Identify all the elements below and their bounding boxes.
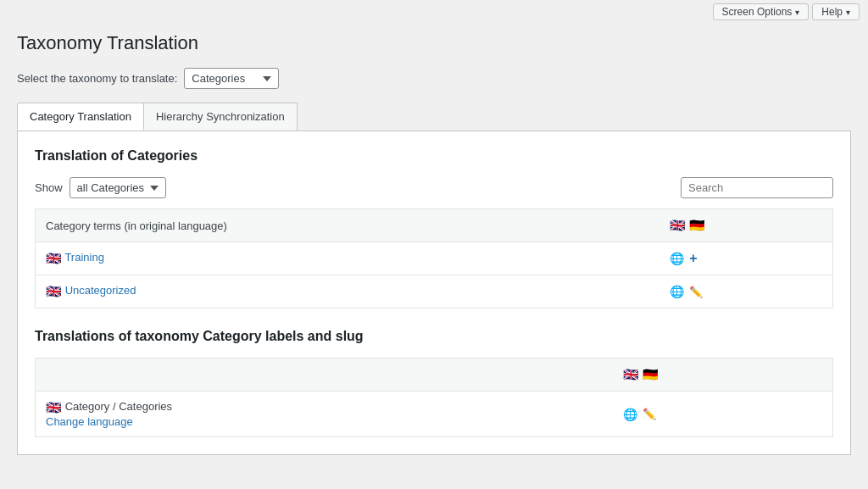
col-term: Category terms (in original language) bbox=[36, 209, 660, 242]
top-bar: Screen Options ▾ Help ▾ bbox=[0, 0, 868, 24]
section2-title: Translations of taxonomy Category labels… bbox=[35, 329, 833, 344]
icons-cell-uncategorized: 🌐 ✏️ bbox=[670, 285, 822, 298]
section1-title: Translation of Categories bbox=[35, 148, 833, 164]
table-row: 🇬🇧 Category / Categories Change language… bbox=[36, 392, 833, 437]
row-flag-uk-uncategorized: 🇬🇧 bbox=[46, 284, 62, 298]
flag-de-header: 🇩🇪 bbox=[689, 218, 705, 232]
section-translation-of-categories: Translation of Categories Show all Categ… bbox=[35, 148, 833, 308]
plus-icon-training[interactable]: + bbox=[689, 251, 697, 266]
help-button[interactable]: Help ▾ bbox=[812, 3, 860, 20]
labels-header-row: 🇬🇧 🇩🇪 bbox=[36, 358, 833, 392]
help-label: Help bbox=[821, 6, 843, 18]
row-icons-cell-training: 🌐 + bbox=[659, 242, 832, 275]
row-term-training[interactable]: Training bbox=[64, 251, 103, 264]
page-content: Taxonomy Translation Select the taxonomy… bbox=[0, 24, 868, 472]
row-term-cell-uncategorized: 🇬🇧 Uncategorized bbox=[36, 275, 660, 308]
change-language-link[interactable]: Change language bbox=[46, 415, 133, 428]
taxonomy-select[interactable]: Categories Tags Post Formats bbox=[184, 68, 279, 89]
page-title: Taxonomy Translation bbox=[17, 32, 851, 54]
search-container bbox=[681, 177, 833, 198]
edit-icon-uncategorized[interactable]: ✏️ bbox=[689, 286, 703, 298]
table-header-row: Category terms (in original language) 🇬🇧… bbox=[36, 209, 833, 242]
tabs-container: Category Translation Hierarchy Synchroni… bbox=[17, 103, 851, 455]
row-term-uncategorized[interactable]: Uncategorized bbox=[65, 284, 136, 297]
labels-flag-uk: 🇬🇧 bbox=[623, 367, 639, 381]
icons-cell-label: 🌐 ✏️ bbox=[623, 408, 822, 421]
show-row: Show all Categories Untranslated bbox=[35, 177, 833, 198]
flag-uk-header: 🇬🇧 bbox=[670, 218, 686, 232]
search-input[interactable] bbox=[681, 177, 833, 198]
label-flag-uk: 🇬🇧 bbox=[46, 400, 62, 414]
show-label: Show bbox=[35, 181, 63, 194]
help-chevron-icon: ▾ bbox=[846, 8, 850, 17]
table-row: 🇬🇧 Uncategorized 🌐 ✏️ bbox=[36, 275, 833, 308]
icons-cell-training: 🌐 + bbox=[670, 251, 822, 266]
section-taxonomy-labels: Translations of taxonomy Category labels… bbox=[35, 329, 833, 437]
row-term-cell: 🇬🇧 Training bbox=[36, 242, 660, 275]
globe-icon-uncategorized: 🌐 bbox=[670, 285, 684, 298]
screen-options-label: Screen Options bbox=[722, 6, 793, 18]
label-term-cell: 🇬🇧 Category / Categories Change language bbox=[36, 392, 613, 437]
taxonomy-select-row: Select the taxonomy to translate: Catego… bbox=[17, 68, 851, 89]
tab-hierarchy-sync[interactable]: Hierarchy Synchronization bbox=[143, 103, 298, 131]
screen-options-chevron-icon: ▾ bbox=[795, 8, 799, 17]
taxonomy-select-label: Select the taxonomy to translate: bbox=[17, 72, 177, 85]
label-term: Category / Categories bbox=[65, 400, 172, 413]
labels-table: 🇬🇧 🇩🇪 🇬🇧 Category / Categories Chan bbox=[35, 358, 833, 437]
globe-icon-training: 🌐 bbox=[670, 252, 684, 265]
categories-table: Category terms (in original language) 🇬🇧… bbox=[35, 208, 833, 308]
table-row: 🇬🇧 Training 🌐 + bbox=[36, 242, 833, 275]
col-flags: 🇬🇧 🇩🇪 bbox=[659, 209, 832, 242]
tab-category-translation[interactable]: Category Translation bbox=[17, 103, 144, 131]
labels-col-flags: 🇬🇧 🇩🇪 bbox=[613, 358, 833, 392]
main-panel: Translation of Categories Show all Categ… bbox=[17, 131, 851, 455]
show-row-left: Show all Categories Untranslated bbox=[35, 177, 166, 198]
label-icons-cell: 🌐 ✏️ bbox=[613, 392, 833, 437]
show-select[interactable]: all Categories Untranslated bbox=[70, 177, 166, 198]
labels-flag-de: 🇩🇪 bbox=[643, 367, 659, 381]
screen-options-button[interactable]: Screen Options ▾ bbox=[713, 3, 810, 20]
row-flag-uk-training: 🇬🇧 bbox=[46, 251, 62, 265]
globe-icon-label: 🌐 bbox=[623, 408, 637, 421]
tabs: Category Translation Hierarchy Synchroni… bbox=[17, 103, 851, 131]
edit-icon-label[interactable]: ✏️ bbox=[643, 408, 656, 420]
labels-col-empty bbox=[36, 358, 613, 392]
row-icons-cell-uncategorized: 🌐 ✏️ bbox=[659, 275, 832, 308]
